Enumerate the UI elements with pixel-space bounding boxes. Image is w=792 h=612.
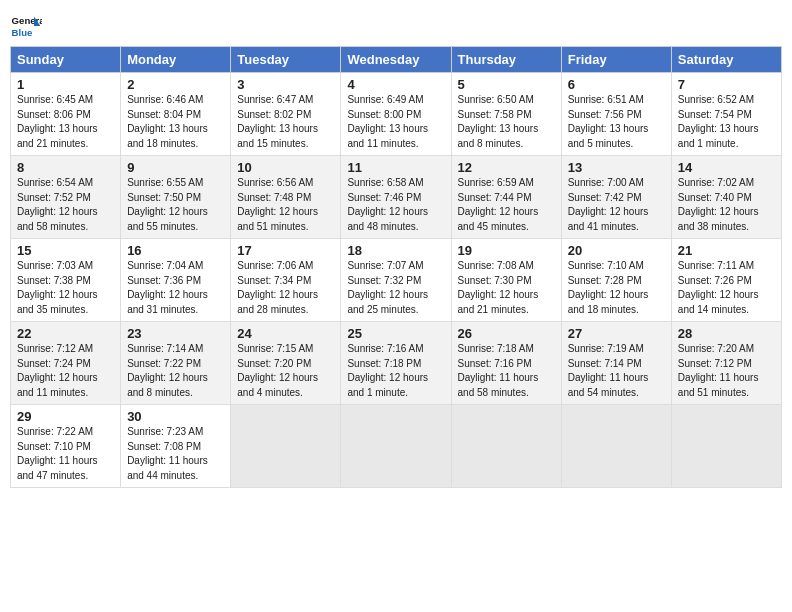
calendar-cell: 29Sunrise: 7:22 AMSunset: 7:10 PMDayligh… xyxy=(11,405,121,488)
calendar-cell: 30Sunrise: 7:23 AMSunset: 7:08 PMDayligh… xyxy=(121,405,231,488)
header-day-wednesday: Wednesday xyxy=(341,47,451,73)
day-number: 24 xyxy=(237,326,334,341)
day-detail: Sunrise: 7:12 AMSunset: 7:24 PMDaylight:… xyxy=(17,342,114,400)
day-detail: Sunrise: 7:11 AMSunset: 7:26 PMDaylight:… xyxy=(678,259,775,317)
logo-icon: General Blue xyxy=(10,10,42,42)
day-detail: Sunrise: 7:15 AMSunset: 7:20 PMDaylight:… xyxy=(237,342,334,400)
day-number: 27 xyxy=(568,326,665,341)
calendar-cell xyxy=(561,405,671,488)
day-detail: Sunrise: 6:46 AMSunset: 8:04 PMDaylight:… xyxy=(127,93,224,151)
day-detail: Sunrise: 6:54 AMSunset: 7:52 PMDaylight:… xyxy=(17,176,114,234)
day-number: 18 xyxy=(347,243,444,258)
calendar-cell: 19Sunrise: 7:08 AMSunset: 7:30 PMDayligh… xyxy=(451,239,561,322)
header-day-sunday: Sunday xyxy=(11,47,121,73)
day-number: 16 xyxy=(127,243,224,258)
calendar-cell: 5Sunrise: 6:50 AMSunset: 7:58 PMDaylight… xyxy=(451,73,561,156)
day-detail: Sunrise: 7:08 AMSunset: 7:30 PMDaylight:… xyxy=(458,259,555,317)
day-detail: Sunrise: 6:51 AMSunset: 7:56 PMDaylight:… xyxy=(568,93,665,151)
calendar-cell: 3Sunrise: 6:47 AMSunset: 8:02 PMDaylight… xyxy=(231,73,341,156)
calendar-cell: 23Sunrise: 7:14 AMSunset: 7:22 PMDayligh… xyxy=(121,322,231,405)
day-detail: Sunrise: 7:14 AMSunset: 7:22 PMDaylight:… xyxy=(127,342,224,400)
day-detail: Sunrise: 6:50 AMSunset: 7:58 PMDaylight:… xyxy=(458,93,555,151)
day-detail: Sunrise: 6:47 AMSunset: 8:02 PMDaylight:… xyxy=(237,93,334,151)
day-number: 17 xyxy=(237,243,334,258)
calendar-cell: 14Sunrise: 7:02 AMSunset: 7:40 PMDayligh… xyxy=(671,156,781,239)
day-detail: Sunrise: 7:06 AMSunset: 7:34 PMDaylight:… xyxy=(237,259,334,317)
day-detail: Sunrise: 7:04 AMSunset: 7:36 PMDaylight:… xyxy=(127,259,224,317)
calendar-cell: 16Sunrise: 7:04 AMSunset: 7:36 PMDayligh… xyxy=(121,239,231,322)
day-number: 11 xyxy=(347,160,444,175)
calendar-table: SundayMondayTuesdayWednesdayThursdayFrid… xyxy=(10,46,782,488)
week-row-4: 22Sunrise: 7:12 AMSunset: 7:24 PMDayligh… xyxy=(11,322,782,405)
day-number: 25 xyxy=(347,326,444,341)
calendar-cell: 26Sunrise: 7:18 AMSunset: 7:16 PMDayligh… xyxy=(451,322,561,405)
calendar-cell: 21Sunrise: 7:11 AMSunset: 7:26 PMDayligh… xyxy=(671,239,781,322)
day-number: 14 xyxy=(678,160,775,175)
day-detail: Sunrise: 7:07 AMSunset: 7:32 PMDaylight:… xyxy=(347,259,444,317)
calendar-cell: 10Sunrise: 6:56 AMSunset: 7:48 PMDayligh… xyxy=(231,156,341,239)
day-number: 29 xyxy=(17,409,114,424)
calendar-cell: 18Sunrise: 7:07 AMSunset: 7:32 PMDayligh… xyxy=(341,239,451,322)
week-row-2: 8Sunrise: 6:54 AMSunset: 7:52 PMDaylight… xyxy=(11,156,782,239)
calendar-cell: 17Sunrise: 7:06 AMSunset: 7:34 PMDayligh… xyxy=(231,239,341,322)
day-number: 19 xyxy=(458,243,555,258)
header-day-monday: Monday xyxy=(121,47,231,73)
day-number: 15 xyxy=(17,243,114,258)
day-number: 23 xyxy=(127,326,224,341)
header-row: SundayMondayTuesdayWednesdayThursdayFrid… xyxy=(11,47,782,73)
calendar-cell: 27Sunrise: 7:19 AMSunset: 7:14 PMDayligh… xyxy=(561,322,671,405)
calendar-cell: 9Sunrise: 6:55 AMSunset: 7:50 PMDaylight… xyxy=(121,156,231,239)
day-detail: Sunrise: 7:10 AMSunset: 7:28 PMDaylight:… xyxy=(568,259,665,317)
page-header: General Blue xyxy=(10,10,782,42)
calendar-cell xyxy=(341,405,451,488)
day-detail: Sunrise: 7:19 AMSunset: 7:14 PMDaylight:… xyxy=(568,342,665,400)
calendar-cell: 24Sunrise: 7:15 AMSunset: 7:20 PMDayligh… xyxy=(231,322,341,405)
calendar-cell: 20Sunrise: 7:10 AMSunset: 7:28 PMDayligh… xyxy=(561,239,671,322)
calendar-cell: 13Sunrise: 7:00 AMSunset: 7:42 PMDayligh… xyxy=(561,156,671,239)
day-number: 12 xyxy=(458,160,555,175)
calendar-cell: 22Sunrise: 7:12 AMSunset: 7:24 PMDayligh… xyxy=(11,322,121,405)
day-detail: Sunrise: 6:49 AMSunset: 8:00 PMDaylight:… xyxy=(347,93,444,151)
day-detail: Sunrise: 7:00 AMSunset: 7:42 PMDaylight:… xyxy=(568,176,665,234)
header-day-saturday: Saturday xyxy=(671,47,781,73)
day-detail: Sunrise: 6:52 AMSunset: 7:54 PMDaylight:… xyxy=(678,93,775,151)
day-number: 7 xyxy=(678,77,775,92)
day-detail: Sunrise: 7:03 AMSunset: 7:38 PMDaylight:… xyxy=(17,259,114,317)
header-day-thursday: Thursday xyxy=(451,47,561,73)
day-number: 13 xyxy=(568,160,665,175)
calendar-cell: 15Sunrise: 7:03 AMSunset: 7:38 PMDayligh… xyxy=(11,239,121,322)
day-number: 28 xyxy=(678,326,775,341)
day-number: 2 xyxy=(127,77,224,92)
calendar-cell: 28Sunrise: 7:20 AMSunset: 7:12 PMDayligh… xyxy=(671,322,781,405)
day-number: 6 xyxy=(568,77,665,92)
calendar-cell: 25Sunrise: 7:16 AMSunset: 7:18 PMDayligh… xyxy=(341,322,451,405)
day-detail: Sunrise: 6:55 AMSunset: 7:50 PMDaylight:… xyxy=(127,176,224,234)
calendar-cell: 12Sunrise: 6:59 AMSunset: 7:44 PMDayligh… xyxy=(451,156,561,239)
day-number: 30 xyxy=(127,409,224,424)
calendar-cell xyxy=(671,405,781,488)
calendar-cell: 8Sunrise: 6:54 AMSunset: 7:52 PMDaylight… xyxy=(11,156,121,239)
day-number: 9 xyxy=(127,160,224,175)
day-detail: Sunrise: 7:22 AMSunset: 7:10 PMDaylight:… xyxy=(17,425,114,483)
calendar-cell: 4Sunrise: 6:49 AMSunset: 8:00 PMDaylight… xyxy=(341,73,451,156)
day-number: 20 xyxy=(568,243,665,258)
day-number: 21 xyxy=(678,243,775,258)
calendar-cell: 7Sunrise: 6:52 AMSunset: 7:54 PMDaylight… xyxy=(671,73,781,156)
day-number: 26 xyxy=(458,326,555,341)
calendar-cell: 1Sunrise: 6:45 AMSunset: 8:06 PMDaylight… xyxy=(11,73,121,156)
day-number: 3 xyxy=(237,77,334,92)
calendar-cell: 6Sunrise: 6:51 AMSunset: 7:56 PMDaylight… xyxy=(561,73,671,156)
calendar-cell xyxy=(451,405,561,488)
day-number: 4 xyxy=(347,77,444,92)
day-detail: Sunrise: 6:58 AMSunset: 7:46 PMDaylight:… xyxy=(347,176,444,234)
calendar-cell: 2Sunrise: 6:46 AMSunset: 8:04 PMDaylight… xyxy=(121,73,231,156)
week-row-5: 29Sunrise: 7:22 AMSunset: 7:10 PMDayligh… xyxy=(11,405,782,488)
day-detail: Sunrise: 7:16 AMSunset: 7:18 PMDaylight:… xyxy=(347,342,444,400)
calendar-cell: 11Sunrise: 6:58 AMSunset: 7:46 PMDayligh… xyxy=(341,156,451,239)
header-day-friday: Friday xyxy=(561,47,671,73)
week-row-3: 15Sunrise: 7:03 AMSunset: 7:38 PMDayligh… xyxy=(11,239,782,322)
logo: General Blue xyxy=(10,10,42,42)
day-detail: Sunrise: 6:45 AMSunset: 8:06 PMDaylight:… xyxy=(17,93,114,151)
week-row-1: 1Sunrise: 6:45 AMSunset: 8:06 PMDaylight… xyxy=(11,73,782,156)
day-number: 8 xyxy=(17,160,114,175)
